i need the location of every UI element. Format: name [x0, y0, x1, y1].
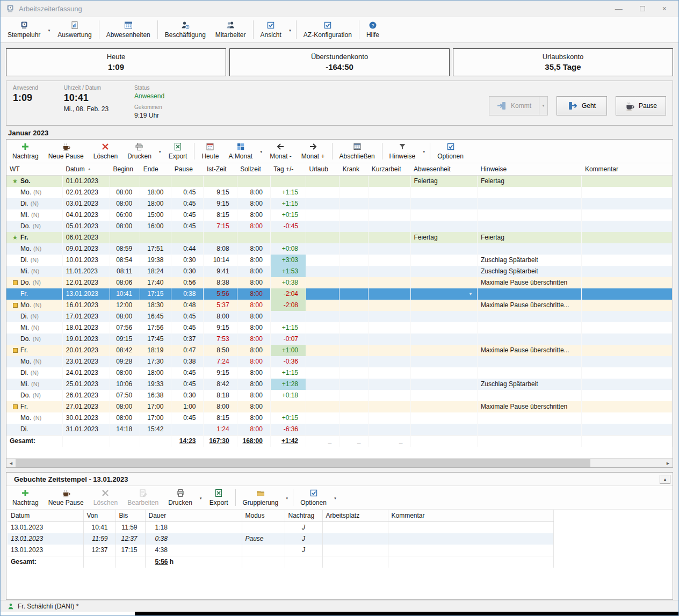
month-toolbar-drucken-button[interactable]: Drucken — [122, 140, 156, 162]
month-row-17.01.2023[interactable]: Di.(N)17.01.202308:0016:450:458:008:00 — [6, 311, 673, 322]
toolbar-abwesenheiten-button[interactable]: Abwesenheiten — [102, 18, 155, 42]
toolbar-ansicht-dropdown-icon[interactable]: ▼ — [286, 29, 294, 32]
maximize-button[interactable] — [640, 6, 645, 11]
month-row-03.01.2023[interactable]: Di.(N)03.01.202308:0018:000:459:158:00+1… — [6, 198, 673, 209]
column-header-ist-zeit[interactable]: Ist-Zeit — [204, 163, 237, 175]
month-toolbar-abschlie-en-button[interactable]: Abschließen — [335, 140, 380, 162]
month-toolbar-export-button[interactable]: Export — [164, 140, 192, 162]
scroll-right-icon[interactable]: ▶ — [663, 459, 673, 468]
toolbar-ansicht-button[interactable]: Ansicht — [256, 18, 286, 42]
month-toolbar-l-schen-button[interactable]: Löschen — [89, 140, 122, 162]
month-row-18.01.2023[interactable]: Mi.(N)18.01.202307:5617:560:459:158:00+1… — [6, 322, 673, 334]
toolbar-stempeluhr-button[interactable]: Stempeluhr — [3, 18, 45, 42]
month-row-02.01.2023[interactable]: Mo.(N)02.01.202308:0018:000:459:158:00+1… — [6, 187, 673, 198]
month-toolbar-monat-button[interactable]: Monat + — [297, 140, 330, 162]
stamps-toolbar-gruppierung-dropdown-icon[interactable]: ▼ — [283, 497, 291, 500]
column-header-pause[interactable]: Pause — [171, 163, 204, 175]
column-header-datum[interactable]: Datum▲ — [62, 163, 110, 175]
month-row-01.01.2023[interactable]: ★So.01.01.2023FeiertagFeiertag — [6, 175, 673, 187]
column-header-kurzarbeit[interactable]: Kurzarbeit — [369, 163, 410, 175]
month-row-30.01.2023[interactable]: Mo.(N)30.01.202308:0017:000:458:158:00+0… — [6, 412, 673, 424]
close-button[interactable]: × — [662, 5, 667, 12]
column-header-bis[interactable]: Bis — [115, 510, 145, 521]
toolbar-hilfe-button[interactable]: ?Hilfe — [362, 18, 384, 42]
column-header-von[interactable]: Von — [83, 510, 115, 521]
month-row-11.01.2023[interactable]: Mi.(N)11.01.202308:1118:240:309:418:00+1… — [6, 266, 673, 277]
stamps-toolbar-export-button[interactable]: Export — [205, 487, 233, 509]
stamps-toolbar-nachtrag-button[interactable]: Nachtrag — [8, 487, 44, 509]
month-row-09.01.2023[interactable]: Mo.(N)09.01.202308:5917:510:448:088:00+0… — [6, 243, 673, 255]
column-header-nachtrag[interactable]: Nachtrag — [285, 510, 322, 521]
column-header-arbeitsplatz[interactable]: Arbeitsplatz — [322, 510, 388, 521]
column-header-kommentar[interactable]: Kommentar — [388, 510, 553, 521]
column-header-abwesenheit[interactable]: Abwesenheit — [410, 163, 477, 175]
month-toolbar-nachtrag-button[interactable]: Nachtrag — [8, 140, 44, 162]
toolbar-stempeluhr-dropdown-icon[interactable]: ▼ — [45, 29, 53, 32]
toolbar-besch-ftigung-button[interactable]: Beschäftigung — [160, 18, 211, 42]
month-toolbar-hinweise-dropdown-icon[interactable]: ▼ — [420, 150, 428, 154]
month-row-05.01.2023[interactable]: Do.(N)05.01.202308:0016:000:457:158:00-0… — [6, 221, 673, 232]
geht-button[interactable]: Geht — [557, 96, 607, 115]
month-toolbar-drucken-dropdown-icon[interactable]: ▼ — [156, 150, 164, 154]
stamps-toolbar-drucken-button[interactable]: Drucken — [163, 487, 197, 509]
month-row-24.01.2023[interactable]: Di.(N)24.01.202308:0018:000:459:158:00+1… — [6, 367, 673, 379]
month-toolbar-monat-button[interactable]: Monat - — [265, 140, 297, 162]
stamp-row-2[interactable]: 13.01.202312:3717:154:38J — [8, 545, 553, 556]
month-toolbar-heute-button[interactable]: Heute — [197, 140, 223, 162]
cell-tag-saldo: +1:15 — [270, 198, 306, 209]
month-toolbar-hinweise-button[interactable]: Hinweise — [385, 140, 421, 162]
toolbar-auswertung-button[interactable]: Auswertung — [53, 18, 96, 42]
month-row-25.01.2023[interactable]: Mi.(N)25.01.202310:0619:330:458:428:00+1… — [6, 379, 673, 390]
stamps-toolbar-optionen-dropdown-icon[interactable]: ▼ — [331, 497, 339, 500]
column-header-sollzeit[interactable]: Sollzeit — [237, 163, 270, 175]
kommt-dropdown[interactable]: ▼ — [539, 96, 548, 115]
scroll-thumb[interactable] — [16, 459, 590, 467]
month-row-16.01.2023[interactable]: Mo.(N)16.01.202312:0018:300:485:378:00-2… — [6, 300, 673, 311]
cell-tag-saldo: +0:15 — [270, 209, 306, 221]
column-header-datum[interactable]: Datum — [8, 510, 83, 521]
abwesenheit-dropdown-icon[interactable]: ▼ — [468, 288, 473, 300]
column-header-wt[interactable]: WT — [6, 163, 62, 175]
stamps-toolbar-drucken-dropdown-icon[interactable]: ▼ — [197, 497, 205, 500]
month-row-06.01.2023[interactable]: ★Fr.06.01.2023FeiertagFeiertag — [6, 232, 673, 243]
month-row-19.01.2023[interactable]: Do.(N)19.01.202309:1517:450:377:538:00-0… — [6, 334, 673, 345]
minimize-button[interactable]: — — [615, 5, 623, 12]
month-row-31.01.2023[interactable]: Di.31.01.202314:1815:421:248:00-6:36 — [6, 424, 673, 436]
column-header-dauer[interactable]: Dauer — [145, 510, 242, 521]
column-header-modus[interactable]: Modus — [242, 510, 285, 521]
month-toolbar-neue-pause-button[interactable]: Neue Pause — [44, 140, 89, 162]
stamp-row-0[interactable]: 13.01.202310:4111:591:18J — [8, 521, 553, 533]
month-row-20.01.2023[interactable]: Fr.20.01.202308:4218:190:478:508:00+1:00… — [6, 345, 673, 356]
toolbar-mitarbeiter-button[interactable]: Mitarbeiter — [211, 18, 251, 42]
coffee-icon — [62, 489, 70, 497]
month-row-12.01.2023[interactable]: Do.(N)12.01.202308:0617:400:568:388:00+0… — [6, 277, 673, 288]
stamp-row-1[interactable]: 13.01.202311:5912:370:38PauseJ — [8, 533, 553, 545]
month-toolbar-optionen-button[interactable]: Optionen — [432, 140, 468, 162]
stamps-toolbar-optionen-button[interactable]: Optionen — [295, 487, 331, 509]
month-row-13.01.2023[interactable]: Fr.13.01.202310:4117:150:385:568:00-2:04… — [6, 288, 673, 300]
column-header-krank[interactable]: Krank — [340, 163, 369, 175]
collapse-button[interactable]: ▲ — [660, 475, 670, 484]
column-header-hinweise[interactable]: Hinweise — [477, 163, 582, 175]
horizontal-scrollbar[interactable]: ◀ ▶ — [6, 458, 673, 467]
month-toolbar-a-monat-button[interactable]: A:Monat — [223, 140, 257, 162]
stamps-toolbar-gruppierung-button[interactable]: Gruppierung — [238, 487, 284, 509]
month-row-04.01.2023[interactable]: Mi.(N)04.01.202306:0015:000:458:158:00+0… — [6, 209, 673, 221]
column-header-beginn[interactable]: Beginn — [110, 163, 140, 175]
column-header-kommentar[interactable]: Kommentar — [582, 163, 673, 175]
column-header-ende[interactable]: Ende — [140, 163, 171, 175]
column-header-tag[interactable]: Tag +/- — [270, 163, 306, 175]
cell-tag-saldo: +0:08 — [270, 243, 306, 255]
month-row-26.01.2023[interactable]: Do.(N)26.01.202307:5016:380:308:188:00+0… — [6, 390, 673, 401]
scroll-left-icon[interactable]: ◀ — [6, 459, 16, 468]
column-header-urlaub[interactable]: Urlaub — [306, 163, 340, 175]
month-row-27.01.2023[interactable]: Fr.27.01.202308:0017:001:008:008:00Maxim… — [6, 401, 673, 412]
pause-button[interactable]: Pause — [616, 96, 666, 115]
cell-pause: 0:38 — [171, 288, 204, 300]
cell-wt: Do.(N) — [6, 221, 62, 232]
toolbar-az-konfiguration-button[interactable]: AZ-Konfiguration — [299, 18, 357, 42]
stamps-toolbar-neue-pause-button[interactable]: Neue Pause — [44, 487, 89, 509]
month-toolbar-a-monat-dropdown-icon[interactable]: ▼ — [257, 150, 265, 154]
month-row-10.01.2023[interactable]: Di.(N)10.01.202308:5419:380:3010:148:00+… — [6, 255, 673, 266]
month-row-23.01.2023[interactable]: Mo.(N)23.01.202309:2817:300:387:248:00-0… — [6, 356, 673, 367]
